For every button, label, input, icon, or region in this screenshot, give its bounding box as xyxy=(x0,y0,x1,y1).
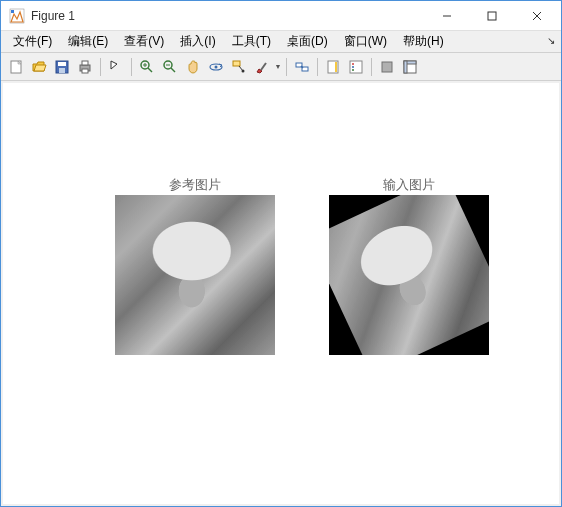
menu-view[interactable]: 查看(V) xyxy=(116,31,172,52)
pan-button[interactable] xyxy=(182,56,204,78)
open-button[interactable] xyxy=(28,56,50,78)
brush-button[interactable] xyxy=(251,56,273,78)
svg-rect-12 xyxy=(82,69,88,73)
toolbar-separator xyxy=(317,58,318,76)
input-image xyxy=(329,195,489,355)
input-image-wrapper xyxy=(329,195,489,355)
save-button[interactable] xyxy=(51,56,73,78)
menu-edit[interactable]: 编辑(E) xyxy=(60,31,116,52)
svg-line-14 xyxy=(148,68,152,72)
titlebar: Figure 1 xyxy=(1,1,561,31)
zoom-out-button[interactable] xyxy=(159,56,181,78)
subplot-right-image xyxy=(329,195,489,355)
dock-arrow-icon[interactable]: ↘ xyxy=(547,35,555,46)
brush-dropdown[interactable]: ▼ xyxy=(274,63,282,70)
toolbar: ▼ xyxy=(1,53,561,81)
figure-window: Figure 1 文件(F) 编辑(E) 查看(V) 插入(I) 工具(T) 桌… xyxy=(0,0,562,507)
app-icon xyxy=(9,8,25,24)
window-title: Figure 1 xyxy=(31,9,424,23)
maximize-button[interactable] xyxy=(469,1,514,30)
insert-colorbar-button[interactable] xyxy=(322,56,344,78)
svg-rect-1 xyxy=(11,10,14,13)
svg-rect-9 xyxy=(59,68,65,73)
menubar: 文件(F) 编辑(E) 查看(V) 插入(I) 工具(T) 桌面(D) 窗口(W… xyxy=(1,31,561,53)
minimize-button[interactable] xyxy=(424,1,469,30)
window-controls xyxy=(424,1,559,30)
svg-line-18 xyxy=(171,68,175,72)
svg-line-25 xyxy=(261,63,266,70)
subplot-right-title: 输入图片 xyxy=(329,176,489,194)
svg-rect-11 xyxy=(82,61,88,65)
svg-rect-31 xyxy=(350,61,362,73)
svg-rect-38 xyxy=(404,61,407,73)
menu-window[interactable]: 窗口(W) xyxy=(336,31,395,52)
figure-canvas[interactable]: 参考图片 输入图片 xyxy=(3,83,559,504)
svg-rect-35 xyxy=(382,62,392,72)
toolbar-separator xyxy=(371,58,372,76)
figure-content-area: 参考图片 输入图片 xyxy=(1,81,561,506)
svg-rect-30 xyxy=(335,62,337,72)
insert-legend-button[interactable] xyxy=(345,56,367,78)
svg-point-24 xyxy=(242,69,245,72)
toolbar-separator xyxy=(131,58,132,76)
svg-line-28 xyxy=(301,66,303,68)
subplot-left-title: 参考图片 xyxy=(115,176,275,194)
edit-plot-button[interactable] xyxy=(105,56,127,78)
print-button[interactable] xyxy=(74,56,96,78)
svg-point-21 xyxy=(215,65,218,68)
menu-desktop[interactable]: 桌面(D) xyxy=(279,31,336,52)
rotate-3d-button[interactable] xyxy=(205,56,227,78)
zoom-in-button[interactable] xyxy=(136,56,158,78)
hide-plot-tools-button[interactable] xyxy=(376,56,398,78)
new-figure-button[interactable] xyxy=(5,56,27,78)
svg-rect-22 xyxy=(233,61,240,66)
menu-help[interactable]: 帮助(H) xyxy=(395,31,452,52)
svg-rect-3 xyxy=(488,12,496,20)
close-button[interactable] xyxy=(514,1,559,30)
svg-rect-8 xyxy=(58,62,66,66)
toolbar-separator xyxy=(100,58,101,76)
menu-insert[interactable]: 插入(I) xyxy=(172,31,223,52)
subplot-left-image xyxy=(115,195,275,355)
toolbar-separator xyxy=(286,58,287,76)
menu-tools[interactable]: 工具(T) xyxy=(224,31,279,52)
menu-file[interactable]: 文件(F) xyxy=(5,31,60,52)
link-data-button[interactable] xyxy=(291,56,313,78)
data-cursor-button[interactable] xyxy=(228,56,250,78)
show-plot-tools-button[interactable] xyxy=(399,56,421,78)
reference-image xyxy=(115,195,275,355)
